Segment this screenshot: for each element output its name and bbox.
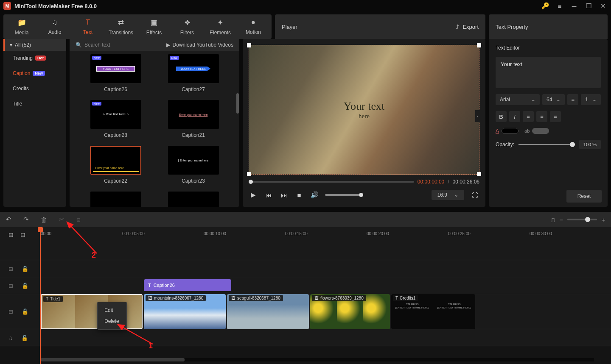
zoom-out-button[interactable]: −	[559, 216, 563, 223]
text-track-1[interactable]: ⊟🔓	[0, 260, 611, 277]
category-credits[interactable]: Credits	[13, 86, 66, 92]
track-type-icon: ⊟	[8, 308, 13, 315]
tab-effects[interactable]: ▣Effects	[137, 17, 171, 36]
lock-icon[interactable]: 🔓	[22, 282, 28, 289]
undo-button[interactable]: ↶	[6, 216, 11, 223]
seek-handle[interactable]	[249, 180, 253, 184]
selection-handle[interactable]	[247, 172, 251, 176]
badge-new: New	[33, 71, 45, 76]
close-button[interactable]: ✕	[598, 1, 608, 11]
selection-handle[interactable]	[477, 43, 481, 47]
preset-caption22[interactable]: Enter your name hereCaption22	[82, 146, 149, 184]
next-frame-button[interactable]: ⏭	[279, 192, 289, 199]
font-family-select[interactable]: Arial ⌄	[496, 94, 540, 105]
volume-icon[interactable]: 🔊	[310, 191, 319, 199]
category-title[interactable]: Title	[13, 101, 66, 107]
video-clip[interactable]: 🖼 flowers-8763039_1280	[310, 294, 390, 329]
preset-caption28[interactable]: New∿ Your Text Here ∿Caption28	[82, 100, 149, 138]
category-label: Caption	[13, 70, 30, 76]
align-left-button[interactable]: ≡	[523, 111, 534, 122]
zoom-handle[interactable]	[585, 217, 590, 222]
category-all[interactable]: ▾ All (52)	[3, 39, 66, 51]
tab-motion[interactable]: ●Motion	[237, 17, 270, 36]
selection-handle[interactable]	[477, 172, 481, 176]
video-track[interactable]: ⊟🔓 T Title1🖼 mountains-8326967_1280🖼 sea…	[0, 294, 611, 329]
text-color-button[interactable]	[502, 128, 519, 134]
preset-caption23[interactable]: | Enter your name hereCaption23	[160, 146, 227, 184]
tab-transitions[interactable]: ⇄Transitions	[104, 17, 137, 36]
opacity-slider[interactable]	[519, 144, 575, 145]
timeline-scroll-thumb[interactable]	[41, 358, 185, 361]
playhead[interactable]	[40, 227, 41, 364]
snap-toggle[interactable]: ⎍	[551, 216, 555, 223]
tab-elements[interactable]: ✦Elements	[204, 17, 237, 36]
align-right-button[interactable]: ≡	[550, 111, 561, 122]
zoom-in-button[interactable]: +	[601, 216, 605, 223]
lock-icon[interactable]: 🔓	[22, 265, 28, 272]
volume-slider[interactable]	[325, 194, 363, 196]
key-icon[interactable]: 🔑	[541, 1, 550, 11]
tab-audio[interactable]: ♫Audio	[38, 17, 71, 36]
preset-caption27[interactable]: NewYOUR TEXT HERECaption27	[160, 54, 227, 92]
text-clip-icon: T	[148, 283, 151, 288]
stop-button[interactable]: ■	[294, 192, 304, 199]
reset-button[interactable]: Reset	[566, 190, 602, 203]
ruler-label: 00:00:30:00	[530, 231, 611, 236]
category-sidebar: ▾ All (52) TrendingHotCaptionNewCreditsT…	[3, 39, 66, 207]
prev-frame-button[interactable]: ⏮	[264, 192, 273, 199]
line-spacing-select[interactable]: 1 ⌄	[581, 94, 601, 105]
motion-icon: ●	[251, 18, 255, 27]
preview-canvas[interactable]: Your text here	[249, 45, 479, 175]
highlight-color-button[interactable]	[532, 128, 549, 134]
grid-scrollbar-thumb[interactable]	[236, 93, 239, 114]
fullscreen-button[interactable]: ⛶	[470, 192, 479, 199]
text-editor-label: Text Editor	[496, 45, 601, 51]
audio-track[interactable]: ♫🔓	[0, 329, 611, 346]
seek-bar[interactable]	[249, 181, 414, 183]
aspect-ratio-select[interactable]: 16:9 ⌄	[432, 190, 464, 200]
tab-filters[interactable]: ❖Filters	[171, 17, 204, 36]
volume-handle[interactable]	[359, 193, 363, 197]
track-type-icon: ⊟	[8, 265, 13, 272]
preset-thumbnail	[168, 192, 219, 207]
play-button[interactable]: ▶	[249, 191, 258, 199]
category-trending[interactable]: TrendingHot	[13, 55, 66, 61]
align-center-button[interactable]: ≡	[536, 111, 547, 122]
preset-caption21[interactable]: Enter your name hereCaption21	[160, 100, 227, 138]
bold-button[interactable]: B	[496, 111, 507, 122]
text-content-input[interactable]	[496, 57, 601, 88]
download-youtube-link[interactable]: ▶ Download YouTube Videos	[166, 42, 233, 48]
category-caption[interactable]: CaptionNew	[13, 70, 66, 76]
text-color-icon: A	[496, 128, 499, 134]
video-clip[interactable]: 🖼 seagull-8320687_1280	[227, 294, 309, 329]
tab-text[interactable]: TText	[71, 17, 104, 36]
redo-button[interactable]: ↷	[23, 216, 29, 223]
opacity-handle[interactable]	[570, 142, 575, 147]
italic-button[interactable]: I	[509, 111, 520, 122]
zoom-slider[interactable]	[567, 219, 597, 220]
text-track-2[interactable]: ⊟🔓 T Caption26	[0, 277, 611, 294]
font-size-select[interactable]: 64 ⌄	[542, 94, 565, 105]
add-track-icon[interactable]: ⊞	[8, 231, 14, 238]
tab-media[interactable]: 📁Media	[5, 17, 38, 36]
player-panel: Your text here 00:00:00:00 / 00:00:26:06…	[243, 39, 485, 207]
remove-track-icon[interactable]: ⊟	[20, 231, 25, 238]
text-clip-caption26[interactable]: T Caption26	[144, 279, 231, 291]
timeline-scrollbar[interactable]	[41, 358, 594, 361]
preset-caption26[interactable]: NewYOUR TEXT HERECaption26	[82, 54, 149, 92]
selection-handle[interactable]	[247, 43, 251, 47]
video-clip[interactable]: T Credits1STARRING[ENTER YOUR NAME HERE]…	[391, 294, 475, 329]
panel-collapse-handle[interactable]: ›	[475, 110, 479, 122]
menu-icon[interactable]: ≡	[555, 1, 564, 11]
lock-icon[interactable]: 🔓	[22, 308, 28, 315]
delete-button[interactable]: 🗑	[41, 216, 47, 223]
export-button[interactable]: ⤴ Export	[456, 24, 479, 30]
maximize-button[interactable]: ❐	[584, 1, 593, 11]
export-label: Export	[462, 24, 479, 30]
lock-icon[interactable]: 🔓	[21, 334, 28, 341]
clip-label: 🖼 flowers-8763039_1280	[312, 295, 366, 301]
minimize-button[interactable]: ─	[569, 1, 579, 11]
search-input[interactable]: 🔍 Search text	[76, 42, 110, 48]
ctx-edit[interactable]: Edit	[98, 305, 126, 316]
annotation-2: 2	[92, 251, 96, 260]
